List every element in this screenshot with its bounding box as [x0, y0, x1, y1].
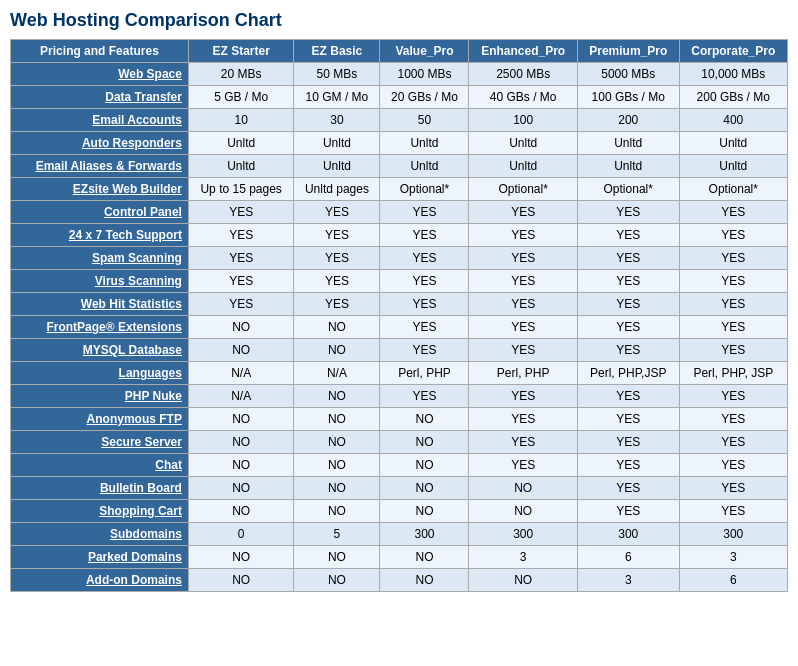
- value-cell: YES: [577, 339, 679, 362]
- value-cell: 100: [469, 109, 577, 132]
- value-cell: YES: [679, 385, 787, 408]
- feature-link[interactable]: Email Accounts: [92, 113, 182, 127]
- table-row: Data Transfer5 GB / Mo10 GM / Mo20 GBs /…: [11, 86, 788, 109]
- table-row: Email Accounts103050100200400: [11, 109, 788, 132]
- value-cell: 200 GBs / Mo: [679, 86, 787, 109]
- feature-link[interactable]: Control Panel: [104, 205, 182, 219]
- feature-link[interactable]: Secure Server: [101, 435, 182, 449]
- feature-link[interactable]: Auto Responders: [82, 136, 182, 150]
- value-cell: 400: [679, 109, 787, 132]
- value-cell: 50 MBs: [294, 63, 380, 86]
- value-cell: 3: [469, 546, 577, 569]
- feature-link[interactable]: Anonymous FTP: [87, 412, 182, 426]
- value-cell: NO: [294, 385, 380, 408]
- value-cell: Perl, PHP,JSP: [577, 362, 679, 385]
- value-cell: Unltd: [577, 132, 679, 155]
- value-cell: NO: [188, 316, 293, 339]
- feature-link[interactable]: Web Space: [118, 67, 182, 81]
- value-cell: YES: [679, 247, 787, 270]
- feature-link[interactable]: 24 x 7 Tech Support: [69, 228, 182, 242]
- value-cell: YES: [469, 431, 577, 454]
- value-cell: YES: [469, 270, 577, 293]
- value-cell: Unltd: [577, 155, 679, 178]
- value-cell: 300: [577, 523, 679, 546]
- feature-link[interactable]: Chat: [155, 458, 182, 472]
- feature-cell: Web Space: [11, 63, 189, 86]
- feature-link[interactable]: Parked Domains: [88, 550, 182, 564]
- value-cell: YES: [380, 247, 469, 270]
- value-cell: YES: [577, 293, 679, 316]
- feature-link[interactable]: Bulletin Board: [100, 481, 182, 495]
- value-cell: YES: [679, 201, 787, 224]
- value-cell: 2500 MBs: [469, 63, 577, 86]
- table-row: Email Aliases & ForwardsUnltdUnltdUnltdU…: [11, 155, 788, 178]
- value-cell: NO: [294, 546, 380, 569]
- feature-link[interactable]: Email Aliases & Forwards: [36, 159, 182, 173]
- value-cell: NO: [188, 546, 293, 569]
- feature-cell: Data Transfer: [11, 86, 189, 109]
- value-cell: Unltd pages: [294, 178, 380, 201]
- value-cell: 300: [469, 523, 577, 546]
- feature-cell: Virus Scanning: [11, 270, 189, 293]
- value-cell: YES: [380, 270, 469, 293]
- value-cell: NO: [294, 477, 380, 500]
- value-cell: Perl, PHP: [380, 362, 469, 385]
- feature-link[interactable]: Virus Scanning: [95, 274, 182, 288]
- feature-link[interactable]: PHP Nuke: [125, 389, 182, 403]
- value-cell: N/A: [188, 385, 293, 408]
- feature-link[interactable]: Spam Scanning: [92, 251, 182, 265]
- feature-link[interactable]: Web Hit Statistics: [81, 297, 182, 311]
- value-cell: YES: [577, 201, 679, 224]
- value-cell: 40 GBs / Mo: [469, 86, 577, 109]
- value-cell: YES: [469, 247, 577, 270]
- value-cell: YES: [380, 385, 469, 408]
- value-cell: 10: [188, 109, 293, 132]
- value-cell: YES: [577, 431, 679, 454]
- value-cell: YES: [294, 224, 380, 247]
- value-cell: Perl, PHP: [469, 362, 577, 385]
- value-cell: YES: [679, 408, 787, 431]
- table-row: MYSQL DatabaseNONOYESYESYESYES: [11, 339, 788, 362]
- value-cell: 20 GBs / Mo: [380, 86, 469, 109]
- feature-link[interactable]: FrontPage® Extensions: [46, 320, 182, 334]
- value-cell: YES: [294, 247, 380, 270]
- value-cell: NO: [380, 546, 469, 569]
- feature-cell: Subdomains: [11, 523, 189, 546]
- value-cell: NO: [380, 431, 469, 454]
- value-cell: Optional*: [679, 178, 787, 201]
- feature-link[interactable]: MYSQL Database: [83, 343, 182, 357]
- value-cell: YES: [380, 201, 469, 224]
- feature-link[interactable]: Add-on Domains: [86, 573, 182, 587]
- value-cell: N/A: [188, 362, 293, 385]
- value-cell: YES: [577, 224, 679, 247]
- value-cell: YES: [679, 431, 787, 454]
- value-cell: NO: [294, 316, 380, 339]
- table-row: Web Hit StatisticsYESYESYESYESYESYES: [11, 293, 788, 316]
- feature-cell: Control Panel: [11, 201, 189, 224]
- table-row: EZsite Web BuilderUp to 15 pagesUnltd pa…: [11, 178, 788, 201]
- value-cell: Unltd: [469, 155, 577, 178]
- value-cell: NO: [294, 569, 380, 592]
- value-cell: 1000 MBs: [380, 63, 469, 86]
- value-cell: 6: [577, 546, 679, 569]
- value-cell: Unltd: [679, 132, 787, 155]
- feature-link[interactable]: Subdomains: [110, 527, 182, 541]
- value-cell: YES: [469, 201, 577, 224]
- feature-cell: MYSQL Database: [11, 339, 189, 362]
- value-cell: Unltd: [469, 132, 577, 155]
- feature-link[interactable]: EZsite Web Builder: [73, 182, 182, 196]
- feature-link[interactable]: Shopping Cart: [99, 504, 182, 518]
- header-feature: Pricing and Features: [11, 40, 189, 63]
- value-cell: YES: [469, 339, 577, 362]
- table-row: FrontPage® ExtensionsNONOYESYESYESYES: [11, 316, 788, 339]
- value-cell: 30: [294, 109, 380, 132]
- feature-cell: Shopping Cart: [11, 500, 189, 523]
- value-cell: NO: [469, 477, 577, 500]
- value-cell: YES: [679, 477, 787, 500]
- value-cell: YES: [294, 293, 380, 316]
- feature-link[interactable]: Data Transfer: [105, 90, 182, 104]
- value-cell: YES: [188, 293, 293, 316]
- value-cell: Perl, PHP, JSP: [679, 362, 787, 385]
- value-cell: YES: [679, 316, 787, 339]
- feature-link[interactable]: Languages: [119, 366, 182, 380]
